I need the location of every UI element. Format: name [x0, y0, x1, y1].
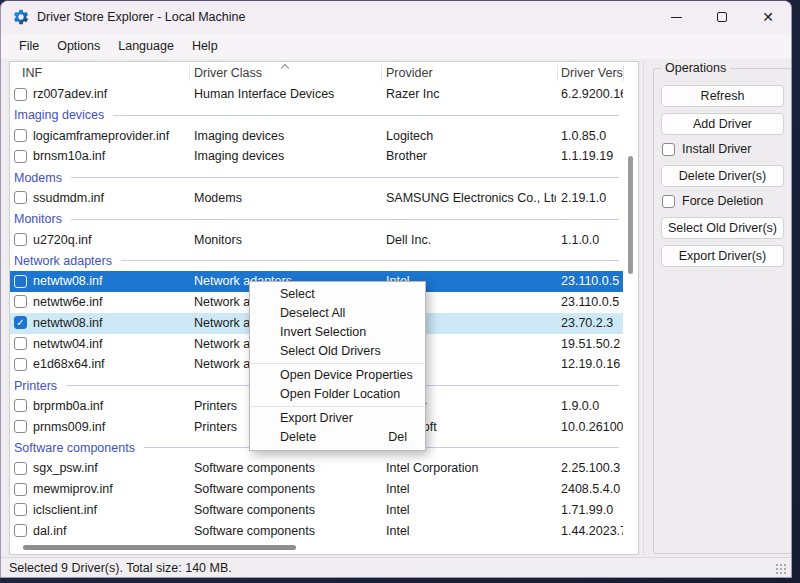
- cell-inf: iclsclient.inf: [33, 500, 188, 521]
- group-header[interactable]: Network adapters: [10, 250, 623, 271]
- group-label: Software components: [14, 441, 135, 455]
- table-row[interactable]: mewmiprov.infSoftware componentsIntel240…: [10, 479, 623, 500]
- select-old-driver-s-button[interactable]: Select Old Driver(s): [661, 217, 784, 239]
- column-header-class[interactable]: Driver Class: [194, 62, 262, 84]
- add-driver-button[interactable]: Add Driver: [661, 113, 784, 135]
- row-checkbox[interactable]: [14, 275, 27, 288]
- menu-options[interactable]: Options: [48, 35, 109, 57]
- menu-language[interactable]: Language: [109, 35, 183, 57]
- column-header-provider[interactable]: Provider: [386, 62, 433, 84]
- table-row[interactable]: logicamframeprovider.infImaging devicesL…: [10, 126, 623, 147]
- cell-driver-class: Human Interface Devices: [194, 84, 380, 105]
- table-row[interactable]: dal.infSoftware componentsIntel1.44.2023…: [10, 521, 623, 542]
- status-text: Selected 9 Driver(s). Total size: 140 MB…: [9, 558, 232, 578]
- checkbox-label: Install Driver: [682, 142, 751, 156]
- cell-inf: logicamframeprovider.inf: [33, 126, 188, 147]
- cell-provider: Dell Inc.: [386, 230, 556, 251]
- cell-inf: netwtw08.inf: [33, 313, 188, 334]
- cell-provider: Razer Inc: [386, 84, 556, 105]
- panel-divider: [643, 61, 644, 555]
- cell-inf: netwtw04.inf: [33, 334, 188, 355]
- row-checkbox[interactable]: [14, 420, 27, 433]
- delete-driver-s-button[interactable]: Delete Driver(s): [661, 165, 784, 187]
- group-header[interactable]: Imaging devices: [10, 105, 623, 126]
- export-driver-s-button[interactable]: Export Driver(s): [661, 245, 784, 267]
- checkbox-label: Force Deletion: [682, 194, 763, 208]
- context-menu-item-select[interactable]: Select: [250, 285, 425, 304]
- context-menu-item-open-folder-location[interactable]: Open Folder Location: [250, 385, 425, 404]
- cell-inf: rz007adev.inf: [33, 84, 188, 105]
- cell-version: 12.19.0.16: [561, 354, 623, 375]
- table-row[interactable]: ssudmdm.infModemsSAMSUNG Electronics Co.…: [10, 188, 623, 209]
- cell-version: 19.51.50.2: [561, 334, 623, 355]
- context-menu-item-select-old-drivers[interactable]: Select Old Drivers: [250, 342, 425, 361]
- cell-provider: Intel: [386, 479, 556, 500]
- menu-help[interactable]: Help: [183, 35, 227, 57]
- maximize-button[interactable]: [699, 1, 745, 33]
- cell-inf: sgx_psw.inf: [33, 458, 188, 479]
- vertical-scrollbar-thumb[interactable]: [628, 156, 633, 274]
- column-header-version[interactable]: Driver Versio: [561, 62, 623, 84]
- column-separator[interactable]: [623, 65, 624, 81]
- menu-item-label: Open Folder Location: [280, 385, 400, 404]
- cell-version: 2.25.100.3: [561, 458, 623, 479]
- group-label: Imaging devices: [14, 108, 104, 122]
- resize-grip-icon[interactable]: [775, 563, 787, 575]
- cell-driver-class: Monitors: [194, 230, 380, 251]
- cell-inf: netwtw6e.inf: [33, 292, 188, 313]
- context-menu-item-delete[interactable]: DeleteDel: [250, 428, 425, 447]
- row-checkbox[interactable]: [14, 191, 27, 204]
- minimize-icon: [671, 17, 682, 18]
- column-separator[interactable]: [189, 65, 190, 81]
- context-menu-item-open-device-properties[interactable]: Open Device Properties: [250, 366, 425, 385]
- row-checkbox[interactable]: [14, 129, 27, 142]
- context-menu-item-invert-selection[interactable]: Invert Selection: [250, 323, 425, 342]
- install-driver-checkbox[interactable]: Install Driver: [662, 141, 784, 157]
- cell-driver-class: Modems: [194, 188, 380, 209]
- row-checkbox[interactable]: [14, 483, 27, 496]
- table-row[interactable]: sgx_psw.infSoftware componentsIntel Corp…: [10, 458, 623, 479]
- group-line: [113, 115, 619, 116]
- refresh-button[interactable]: Refresh: [661, 85, 784, 107]
- group-header[interactable]: Modems: [10, 167, 623, 188]
- row-checkbox[interactable]: [14, 358, 27, 371]
- cell-driver-class: Software components: [194, 500, 380, 521]
- column-separator[interactable]: [557, 65, 558, 81]
- group-label: Printers: [14, 379, 57, 393]
- row-checkbox-checked[interactable]: ✓: [14, 316, 27, 329]
- table-row[interactable]: rz007adev.infHuman Interface DevicesRaze…: [10, 84, 623, 105]
- menu-item-label: Open Device Properties: [280, 366, 413, 385]
- table-row[interactable]: u2720q.infMonitorsDell Inc.1.1.0.0: [10, 230, 623, 251]
- row-checkbox[interactable]: [14, 88, 27, 101]
- row-checkbox[interactable]: [14, 524, 27, 537]
- table-row[interactable]: brnsm10a.infImaging devicesBrother1.1.19…: [10, 146, 623, 167]
- column-separator[interactable]: [381, 65, 382, 81]
- cell-version: 23.110.0.5: [561, 292, 623, 313]
- row-checkbox[interactable]: [14, 462, 27, 475]
- cell-driver-class: Software components: [194, 521, 380, 542]
- cell-version: 23.110.0.5: [561, 271, 623, 292]
- minimize-button[interactable]: [653, 1, 699, 33]
- force-deletion-checkbox[interactable]: Force Deletion: [662, 193, 784, 209]
- context-menu-item-deselect-all[interactable]: Deselect All: [250, 304, 425, 323]
- checkbox-icon: [662, 143, 675, 156]
- group-header[interactable]: Monitors: [10, 209, 623, 230]
- close-button[interactable]: ✕: [745, 1, 791, 33]
- cell-version: 23.70.2.3: [561, 313, 623, 334]
- menu-file[interactable]: File: [10, 35, 48, 57]
- horizontal-scrollbar-thumb[interactable]: [23, 545, 296, 550]
- cell-inf: ssudmdm.inf: [33, 188, 188, 209]
- row-checkbox[interactable]: [14, 150, 27, 163]
- context-menu: SelectDeselect AllInvert SelectionSelect…: [249, 281, 426, 451]
- checkbox-icon: [662, 195, 675, 208]
- cell-version: 1.0.85.0: [561, 126, 623, 147]
- row-checkbox[interactable]: [14, 233, 27, 246]
- row-checkbox[interactable]: [14, 337, 27, 350]
- row-checkbox[interactable]: [14, 503, 27, 516]
- table-row[interactable]: iclsclient.infSoftware componentsIntel1.…: [10, 500, 623, 521]
- row-checkbox[interactable]: [14, 399, 27, 412]
- row-checkbox[interactable]: [14, 295, 27, 308]
- operations-controls: RefreshAdd DriverInstall DriverDelete Dr…: [661, 85, 784, 273]
- context-menu-item-export-driver[interactable]: Export Driver: [250, 409, 425, 428]
- column-header-inf[interactable]: INF: [22, 62, 42, 84]
